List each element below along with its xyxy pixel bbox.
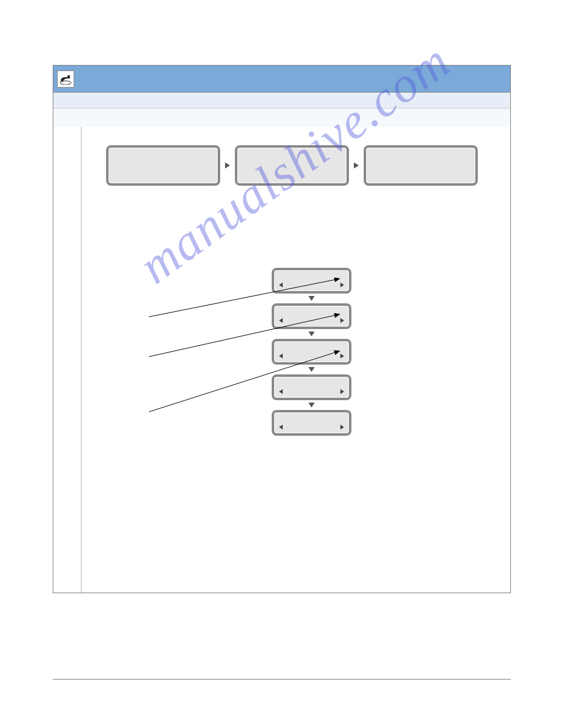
flow-box-3 [364,145,478,186]
header-bar [53,66,510,93]
arrow-right-icon [354,162,359,169]
svg-line-1 [149,279,339,317]
main-content [82,127,510,593]
flow-box-1 [106,145,220,186]
flow-box-2 [235,145,349,186]
svg-line-3 [149,351,339,412]
sub-header-row-1 [53,93,510,108]
sub-header-row-2 [53,108,510,127]
phone-icon [57,70,74,88]
arrow-right-icon [225,162,230,169]
pointer-arrows [137,268,345,452]
footer-divider [53,679,511,680]
page-container [53,65,511,593]
svg-line-2 [149,314,339,357]
svg-point-0 [60,81,71,85]
flow-row [106,145,498,186]
content-area [53,127,510,593]
sidebar [53,127,82,593]
